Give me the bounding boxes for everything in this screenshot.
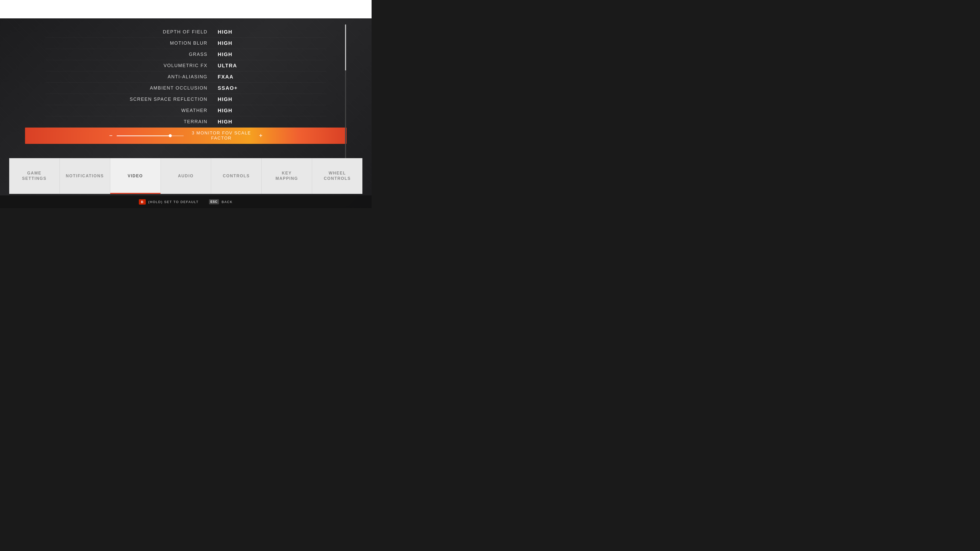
tab-label: CONTROLS	[223, 173, 250, 179]
setting-row[interactable]: VOLUMETRIC FX ULTRA	[45, 60, 326, 71]
scrollbar-track[interactable]	[345, 24, 346, 167]
tab-label: AUDIO	[178, 173, 194, 179]
tab-game-settings[interactable]: GAMESETTINGS	[9, 158, 60, 194]
bottom-bar: B (HOLD) SET TO DEFAULT ESC BACK	[0, 195, 372, 208]
control-label: BACK	[221, 200, 232, 204]
tab-label: GAMESETTINGS	[22, 171, 46, 181]
bottom-control: B (HOLD) SET TO DEFAULT	[139, 199, 199, 205]
setting-row[interactable]: GRASS HIGH	[45, 49, 326, 60]
setting-value: HIGH	[218, 119, 269, 125]
setting-value: HIGH	[218, 97, 269, 102]
setting-row[interactable]: SCREEN SPACE REFLECTION HIGH	[45, 94, 326, 105]
settings-list: DEPTH OF FIELD HIGH MOTION BLUR HIGH GRA…	[45, 27, 326, 144]
tab-audio[interactable]: AUDIO	[161, 158, 211, 194]
tab-label: WHEELCONTROLS	[324, 171, 351, 181]
setting-name: MOTION BLUR	[103, 41, 218, 46]
header-bar	[0, 0, 372, 18]
key-badge: B	[139, 199, 145, 205]
setting-name: SCREEN SPACE REFLECTION	[103, 97, 218, 102]
setting-name: GRASS	[103, 52, 218, 57]
bottom-control: ESC BACK	[209, 199, 233, 204]
setting-value: HIGH	[218, 40, 269, 46]
slider-plus-icon[interactable]: +	[259, 132, 262, 139]
setting-row[interactable]: WEATHER HIGH	[45, 105, 326, 116]
setting-name: ANTI-ALIASING	[103, 74, 218, 79]
setting-value: HIGH	[218, 52, 269, 57]
setting-name: WEATHER	[103, 108, 218, 113]
page-subtitle	[0, 18, 372, 24]
key-badge: ESC	[209, 199, 219, 204]
setting-name: TERRAIN	[103, 119, 218, 124]
setting-row[interactable]: AMBIENT OCCLUSION SSAO+	[45, 83, 326, 94]
tab-notifications[interactable]: NOTIFICATIONS	[60, 158, 110, 194]
setting-value: FXAA	[218, 74, 269, 80]
setting-row[interactable]: ANTI-ALIASING FXAA	[45, 71, 326, 83]
slider-fill	[117, 135, 170, 136]
setting-value: HIGH	[218, 108, 269, 114]
slider-track[interactable]	[117, 135, 184, 136]
scrollbar-thumb[interactable]	[345, 24, 346, 70]
setting-value: ULTRA	[218, 63, 269, 68]
tab-controls[interactable]: CONTROLS	[211, 158, 262, 194]
active-setting-row[interactable]: − 3 MONITOR FOV SCALE FACTOR +	[25, 127, 347, 144]
control-label: (HOLD) SET TO DEFAULT	[148, 200, 199, 204]
active-setting-name: 3 MONITOR FOV SCALE FACTOR	[188, 130, 255, 141]
setting-row[interactable]: MOTION BLUR HIGH	[45, 38, 326, 49]
tab-label: VIDEO	[127, 173, 143, 179]
setting-name: DEPTH OF FIELD	[103, 29, 218, 35]
tab-key-mapping[interactable]: KEYMAPPING	[262, 158, 312, 194]
setting-row[interactable]: TERRAIN HIGH	[45, 116, 326, 127]
tab-label: NOTIFICATIONS	[66, 173, 104, 179]
tab-nav: GAMESETTINGSNOTIFICATIONSVIDEOAUDIOCONTR…	[0, 158, 372, 194]
setting-name: AMBIENT OCCLUSION	[103, 86, 218, 91]
slider-minus-icon[interactable]: −	[109, 132, 113, 139]
setting-name: VOLUMETRIC FX	[103, 63, 218, 68]
main-content: DEPTH OF FIELD HIGH MOTION BLUR HIGH GRA…	[0, 18, 372, 208]
tab-video[interactable]: VIDEO	[110, 158, 161, 194]
setting-value: SSAO+	[218, 85, 269, 91]
setting-value: HIGH	[218, 29, 269, 35]
tab-wheel-controls[interactable]: WHEELCONTROLS	[312, 158, 363, 194]
tab-label: KEYMAPPING	[275, 171, 298, 181]
slider-knob[interactable]	[169, 134, 172, 137]
slider-container: − 3 MONITOR FOV SCALE FACTOR +	[109, 130, 262, 141]
setting-row[interactable]: DEPTH OF FIELD HIGH	[45, 27, 326, 38]
